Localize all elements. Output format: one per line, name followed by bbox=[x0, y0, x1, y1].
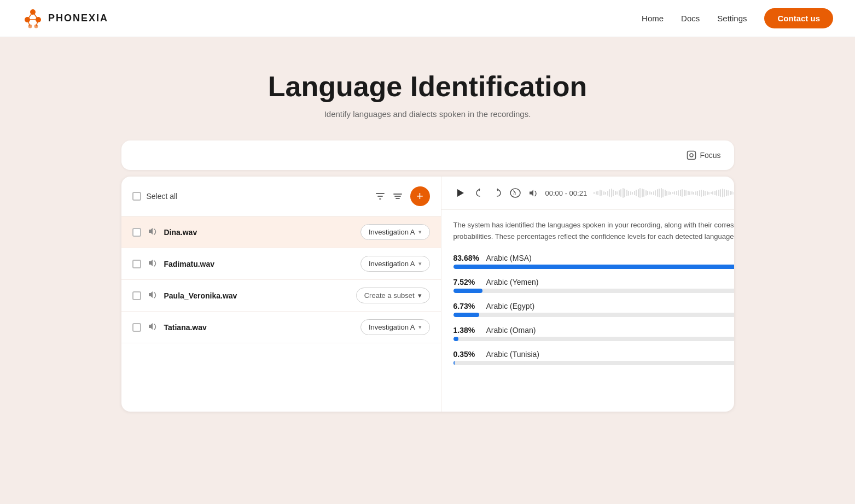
waveform-bar bbox=[615, 191, 616, 195]
svg-line-6 bbox=[33, 12, 38, 20]
results-area: The system has identified the languages … bbox=[441, 210, 734, 412]
language-bar-fill bbox=[453, 265, 734, 269]
waveform-bar bbox=[649, 191, 650, 195]
focus-icon bbox=[687, 150, 696, 160]
forward-button[interactable] bbox=[492, 187, 503, 198]
language-percentage: 0.35% bbox=[453, 350, 482, 359]
chevron-down-icon: ▾ bbox=[418, 324, 422, 331]
file-checkbox[interactable] bbox=[132, 228, 141, 237]
file-list-header: Select all + bbox=[121, 177, 441, 216]
waveform-bar bbox=[597, 191, 598, 195]
assignment-dropdown[interactable]: Create a subset ▾ bbox=[356, 288, 430, 303]
waveform-bar bbox=[730, 191, 731, 195]
audio-icon bbox=[148, 290, 158, 301]
select-all-checkbox[interactable] bbox=[132, 192, 141, 201]
contact-button[interactable]: Contact us bbox=[764, 8, 833, 28]
file-name: Fadimatu.wav bbox=[164, 260, 354, 268]
audio-icon bbox=[148, 322, 158, 333]
nav-docs[interactable]: Docs bbox=[681, 14, 700, 23]
waveform-bar bbox=[666, 191, 667, 196]
file-checkbox[interactable] bbox=[132, 291, 141, 300]
file-checkbox[interactable] bbox=[132, 323, 141, 332]
waveform-bar bbox=[707, 191, 708, 195]
audio-icon bbox=[148, 227, 158, 238]
nav-home[interactable]: Home bbox=[642, 14, 664, 23]
svg-line-5 bbox=[27, 12, 33, 20]
svg-marker-12 bbox=[457, 189, 464, 197]
waveform-bar bbox=[684, 190, 685, 196]
language-row: 7.52% Arabic (Yemen) bbox=[453, 278, 734, 293]
logo: PHONEXIA bbox=[22, 7, 108, 31]
language-percentage: 6.73% bbox=[453, 302, 482, 310]
select-all-label[interactable]: Select all bbox=[132, 192, 178, 201]
waveform-bar bbox=[711, 192, 712, 194]
language-bar-fill bbox=[453, 313, 480, 317]
assignment-dropdown[interactable]: Investigation A ▾ bbox=[360, 256, 430, 272]
play-icon bbox=[455, 188, 465, 198]
file-list-side: Select all + bbox=[121, 177, 441, 412]
waveform-bar bbox=[653, 191, 654, 195]
header-icons: + bbox=[375, 186, 430, 206]
waveform-bar bbox=[642, 189, 643, 197]
waveform-bar bbox=[699, 190, 700, 196]
file-checkbox[interactable] bbox=[132, 260, 141, 268]
file-row: Dina.wav Investigation A ▾ bbox=[121, 216, 441, 248]
right-panel: 1x 00:00 - 00:21 bbox=[441, 177, 734, 412]
waveform-bar bbox=[607, 191, 608, 196]
focus-label: Focus bbox=[700, 151, 720, 160]
rewind-button[interactable] bbox=[474, 187, 485, 198]
waveform-bar bbox=[651, 192, 652, 195]
waveform-bar bbox=[626, 190, 627, 196]
file-name: Tatiana.wav bbox=[164, 323, 354, 332]
waveform-bar bbox=[596, 191, 597, 195]
waveform[interactable] bbox=[594, 185, 734, 201]
waveform-bar bbox=[645, 190, 647, 196]
language-name: Arabic (Oman) bbox=[486, 326, 536, 335]
filter-button[interactable] bbox=[375, 191, 385, 201]
nav-settings[interactable]: Settings bbox=[717, 14, 747, 23]
waveform-bar bbox=[691, 191, 693, 195]
add-file-button[interactable]: + bbox=[410, 186, 430, 206]
language-bar-bg bbox=[453, 265, 734, 269]
main-panel: Select all + bbox=[121, 177, 734, 412]
waveform-bar bbox=[724, 189, 725, 197]
waveform-bar bbox=[689, 191, 690, 195]
file-rows-container: Dina.wav Investigation A ▾ Fadimatu.wav … bbox=[121, 216, 441, 343]
language-name: Arabic (Yemen) bbox=[486, 278, 539, 286]
play-button[interactable] bbox=[452, 185, 468, 201]
waveform-bar bbox=[630, 191, 631, 195]
language-name: Arabic (Tunisia) bbox=[486, 350, 540, 359]
waveform-bar bbox=[623, 188, 624, 198]
page-subtitle: Identify languages and dialects spoken i… bbox=[121, 109, 734, 119]
assignment-label: Investigation A bbox=[369, 323, 415, 331]
waveform-bar bbox=[716, 190, 717, 196]
assignment-label: Investigation A bbox=[369, 228, 415, 236]
file-row: Paula_Veronika.wav Create a subset ▾ bbox=[121, 280, 441, 312]
waveform-bar bbox=[665, 190, 666, 196]
logo-text: PHONEXIA bbox=[48, 13, 108, 24]
volume-button[interactable] bbox=[528, 188, 539, 198]
volume-icon bbox=[528, 188, 539, 198]
language-bar-fill bbox=[453, 337, 459, 341]
waveform-bar bbox=[619, 190, 620, 196]
assignment-label: Investigation A bbox=[369, 260, 415, 268]
waveform-bar bbox=[693, 192, 694, 195]
focus-button[interactable]: Focus bbox=[687, 150, 720, 160]
waveform-bar bbox=[668, 191, 670, 195]
waveform-bar bbox=[639, 188, 641, 198]
assignment-dropdown[interactable]: Investigation A ▾ bbox=[360, 319, 430, 335]
speed-button[interactable]: 1x bbox=[509, 187, 521, 198]
waveform-bar bbox=[701, 190, 702, 197]
assignment-dropdown[interactable]: Investigation A ▾ bbox=[360, 224, 430, 240]
waveform-bar bbox=[657, 189, 658, 197]
waveform-bar bbox=[678, 190, 679, 196]
language-row: 0.35% Arabic (Tunisia) bbox=[453, 350, 734, 365]
svg-text:1x: 1x bbox=[513, 192, 516, 196]
phonexia-logo-icon bbox=[22, 7, 44, 31]
waveform-bar bbox=[624, 189, 625, 197]
file-row: Tatiana.wav Investigation A ▾ bbox=[121, 312, 441, 343]
sort-button[interactable] bbox=[393, 191, 403, 201]
waveform-bar bbox=[734, 192, 734, 195]
waveform-bar bbox=[659, 189, 660, 197]
waveform-bar bbox=[714, 191, 716, 195]
